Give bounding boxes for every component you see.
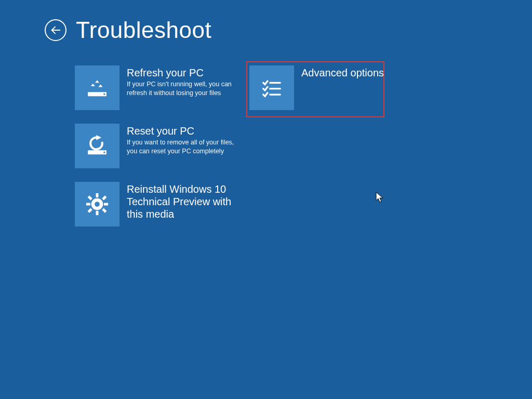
tile-title: Refresh your PC	[127, 66, 236, 79]
back-arrow-icon	[50, 24, 61, 36]
svg-marker-3	[91, 84, 95, 86]
svg-point-2	[103, 94, 105, 95]
tile-text: Reset your PC If you want to remove all …	[127, 124, 236, 156]
svg-rect-13	[96, 211, 99, 215]
advanced-options-icon	[249, 65, 294, 110]
svg-marker-11	[96, 135, 101, 140]
svg-rect-16	[88, 195, 92, 200]
tile-text: Advanced options	[301, 65, 384, 79]
svg-rect-18	[102, 195, 107, 200]
svg-rect-19	[88, 208, 92, 213]
tile-title: Reset your PC	[127, 125, 236, 137]
svg-rect-14	[86, 203, 90, 206]
gear-icon	[75, 182, 119, 227]
svg-rect-15	[104, 203, 108, 206]
tile-reset-pc[interactable]: Reset your PC If you want to remove all …	[75, 124, 241, 168]
tile-refresh-pc[interactable]: Refresh your PC If your PC isn't running…	[75, 65, 241, 110]
troubleshoot-screen: Troubleshoot Refresh your PC If your PC …	[0, 0, 532, 399]
tile-desc: If you want to remove all of your files,…	[127, 138, 236, 156]
tile-grid: Refresh your PC If your PC isn't running…	[75, 65, 459, 227]
tile-advanced-options[interactable]: Advanced options	[249, 65, 416, 110]
tile-desc: If your PC isn't running well, you can r…	[127, 80, 236, 98]
header: Troubleshoot	[45, 19, 211, 42]
svg-rect-12	[96, 193, 99, 197]
svg-point-10	[103, 152, 105, 153]
page-title: Troubleshoot	[76, 19, 211, 42]
tile-text: Refresh your PC If your PC isn't running…	[127, 65, 236, 98]
grid-spacer	[249, 124, 416, 168]
svg-rect-17	[102, 208, 107, 213]
svg-marker-4	[95, 80, 99, 83]
svg-marker-5	[98, 85, 102, 87]
reset-pc-icon	[75, 124, 119, 168]
tile-text: Reinstall Windows 10 Technical Preview w…	[127, 182, 236, 220]
tile-reinstall-windows[interactable]: Reinstall Windows 10 Technical Preview w…	[75, 182, 241, 227]
tile-title: Reinstall Windows 10 Technical Preview w…	[127, 183, 236, 220]
back-button[interactable]	[45, 19, 66, 41]
tile-title: Advanced options	[301, 66, 384, 79]
refresh-pc-icon	[75, 65, 119, 110]
